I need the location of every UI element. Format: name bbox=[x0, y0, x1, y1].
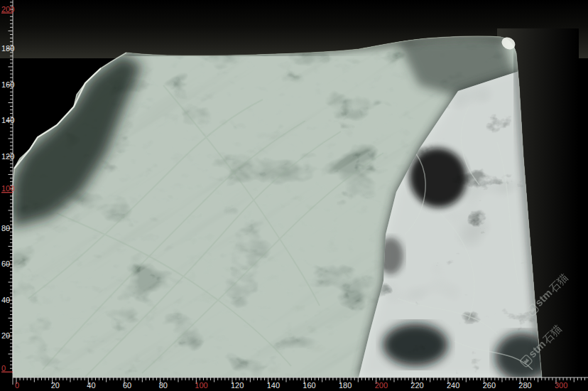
h-ruler-label: 240 bbox=[447, 381, 459, 390]
h-ruler-label: 100 bbox=[195, 381, 207, 390]
h-ruler-label: 40 bbox=[87, 381, 95, 390]
v-ruler-label: 100 bbox=[1, 184, 14, 193]
v-ruler-label: 40 bbox=[1, 296, 10, 304]
h-ruler-label: 180 bbox=[339, 381, 352, 390]
h-ruler-label: 140 bbox=[267, 381, 280, 390]
h-ruler-label: 160 bbox=[303, 381, 315, 390]
v-ruler-label: 80 bbox=[1, 224, 10, 232]
h-ruler-label: 280 bbox=[518, 381, 531, 390]
v-ruler-label: 120 bbox=[1, 152, 14, 161]
h-ruler-label: 120 bbox=[231, 381, 244, 390]
h-ruler-label: 0 bbox=[15, 381, 19, 390]
slab-scanner-viewport: 020406080100120140160180200 020406080100… bbox=[0, 0, 588, 391]
h-ruler-label: 60 bbox=[123, 381, 131, 390]
v-ruler-label: 20 bbox=[1, 331, 10, 340]
v-ruler-label: 140 bbox=[1, 116, 14, 124]
v-ruler-label: 60 bbox=[1, 259, 10, 268]
v-ruler-label: 160 bbox=[1, 80, 14, 89]
v-ruler-label: 200 bbox=[1, 5, 14, 14]
v-ruler-label: 180 bbox=[1, 44, 14, 53]
h-ruler-label: 220 bbox=[410, 381, 423, 390]
h-ruler-label: 200 bbox=[375, 381, 388, 390]
h-ruler-label: 260 bbox=[483, 381, 496, 390]
h-ruler-label: 80 bbox=[159, 381, 168, 390]
h-ruler-label: 300 bbox=[555, 381, 567, 390]
h-ruler-label: 20 bbox=[51, 381, 60, 390]
v-ruler-label: 0 bbox=[1, 364, 6, 373]
slab-scan-image: 020406080100120140160180200 020406080100… bbox=[0, 0, 588, 391]
